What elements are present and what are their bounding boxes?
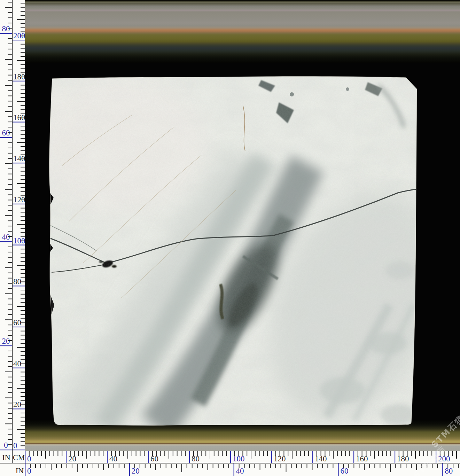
svg-text:40: 40 — [2, 233, 10, 241]
svg-text:60: 60 — [150, 454, 158, 463]
svg-text:80: 80 — [192, 454, 200, 463]
svg-text:20: 20 — [132, 467, 140, 475]
svg-text:40: 40 — [13, 359, 21, 368]
svg-text:20: 20 — [13, 400, 21, 409]
svg-text:40: 40 — [236, 467, 244, 475]
svg-text:60: 60 — [340, 467, 348, 475]
svg-text:60: 60 — [13, 318, 21, 327]
slab-scan-page: 0204060801001201401601802000204060800204… — [0, 0, 460, 476]
svg-text:0: 0 — [4, 441, 8, 450]
corner-unit-left-column: IN — [1, 454, 11, 461]
corner-unit-bottom-row: IN — [13, 467, 24, 475]
measurement-rulers: 0204060801001201401601802000204060800204… — [0, 0, 460, 476]
svg-text:80: 80 — [445, 467, 453, 475]
svg-text:20: 20 — [68, 454, 76, 463]
svg-text:40: 40 — [109, 454, 117, 463]
svg-text:80: 80 — [2, 24, 10, 33]
svg-text:80: 80 — [13, 277, 21, 286]
svg-text:20: 20 — [2, 337, 10, 345]
corner-unit-right-column: CM — [13, 454, 24, 461]
svg-text:0: 0 — [13, 441, 17, 450]
svg-text:60: 60 — [2, 128, 10, 137]
